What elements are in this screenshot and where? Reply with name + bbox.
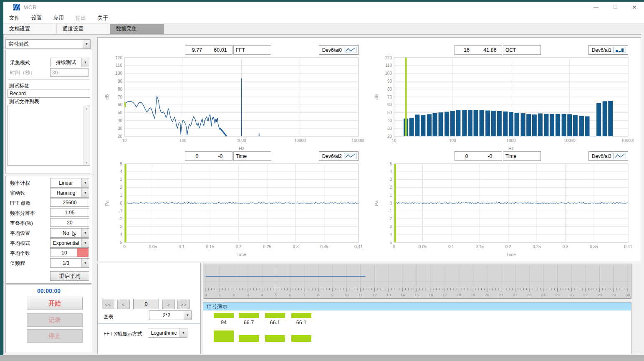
close-icon[interactable]: ✕	[625, 2, 644, 13]
tab-channel-settings[interactable]: 通道设置	[57, 24, 110, 34]
chart-layout-select[interactable]: 2*2 ▼	[149, 310, 192, 320]
scroll-down-icon[interactable]: ▼	[83, 160, 90, 165]
menu-bar: 文件 设置 应用 输出 关于	[3, 13, 644, 24]
svg-text:2: 2	[389, 185, 392, 190]
channel-selector[interactable]: Dev6/ai0	[319, 45, 359, 55]
analysis-row-select[interactable]: No▼	[50, 228, 89, 238]
minimize-icon[interactable]: —	[586, 2, 606, 13]
svg-text:90: 90	[118, 79, 123, 84]
maximize-icon[interactable]: ☐	[606, 2, 625, 13]
svg-text:24: 24	[541, 292, 546, 297]
test-file-listbox[interactable]: ▲ ▼	[8, 105, 90, 166]
test-tag-label: 测试标签	[9, 82, 29, 89]
analysis-row-input[interactable]	[50, 248, 78, 257]
svg-text:0.2: 0.2	[505, 244, 511, 249]
menu-settings[interactable]: 设置	[25, 15, 48, 22]
chart-layout-label: 图表	[104, 313, 114, 320]
menu-output: 输出	[70, 15, 92, 22]
svg-text:-2: -2	[119, 216, 122, 221]
chart-type-field[interactable]: Time	[233, 151, 271, 161]
cursor-readout: 0 -0	[185, 151, 232, 161]
scroll-up-icon[interactable]: ▲	[83, 105, 90, 111]
scrollbar[interactable]: ▲ ▼	[83, 105, 90, 165]
nav-next-button[interactable]: >	[162, 300, 175, 309]
svg-text:0.35: 0.35	[320, 244, 328, 249]
svg-text:0: 0	[393, 244, 395, 249]
chart-type-field[interactable]: OCT	[503, 45, 541, 55]
chevron-down-icon: ▼	[179, 328, 187, 337]
plot-area[interactable]: 2030405060708090100110120101001000100001…	[373, 55, 634, 151]
chevron-down-icon: ▼	[81, 239, 89, 247]
svg-text:10: 10	[391, 138, 397, 143]
menu-file[interactable]: 文件	[3, 15, 25, 22]
analysis-row-input[interactable]	[50, 218, 89, 227]
analysis-row-label: 平均设置	[10, 230, 30, 237]
svg-text:Pa: Pa	[104, 200, 109, 206]
line-chart-icon	[344, 47, 356, 53]
channel-label: Dev6/ai2	[322, 153, 342, 159]
svg-text:80: 80	[387, 87, 392, 92]
analysis-row-input[interactable]	[50, 208, 89, 217]
window-controls: — ☐ ✕	[586, 2, 644, 13]
plot-area[interactable]: -5-4-3-2-101234500.050.10.150.20.250.30.…	[104, 161, 364, 257]
record-timeline[interactable]: 0123456789101112131415161718192021222324…	[203, 264, 631, 299]
svg-text:0: 0	[120, 201, 122, 206]
acq-mode-select[interactable]: 持续测试 ▼	[50, 58, 89, 67]
plot-area[interactable]: 2030405060708090100110120101001000100001…	[104, 55, 364, 151]
tab-bar: 文档设置 通道设置 数据采集	[3, 24, 644, 34]
fft-xaxis-select[interactable]: Logarithmic ▼	[148, 328, 187, 338]
chart-header: 0 -0 Time Dev6/ai3	[373, 151, 634, 161]
acq-time-input	[50, 68, 88, 77]
nav-first-button[interactable]: <<	[102, 300, 114, 309]
analysis-row-select[interactable]: Hanning▼	[50, 188, 89, 198]
analysis-row-select[interactable]: Linear▼	[50, 178, 89, 188]
timeline-ruler[interactable]: 0123456789101112131415161718192021222324…	[203, 264, 630, 297]
channel-selector[interactable]: Dev6/ai3	[588, 151, 628, 161]
tab-data-acquisition[interactable]: 数据采集	[110, 24, 164, 34]
start-button[interactable]: 开始	[27, 297, 83, 310]
svg-text:0.1: 0.1	[179, 244, 184, 249]
analysis-row-select[interactable]: 1/3▼	[50, 258, 89, 268]
signal-level-value: 66.7	[239, 320, 259, 325]
chart-type-field[interactable]: FFT	[233, 45, 271, 55]
menu-about[interactable]: 关于	[92, 15, 114, 22]
analysis-row-select[interactable]: Exponential▼	[50, 238, 89, 248]
svg-text:-5: -5	[119, 240, 122, 245]
fft-xaxis-label: FFT X轴显示方式	[104, 330, 142, 338]
svg-text:50: 50	[118, 110, 123, 115]
svg-text:0: 0	[205, 292, 207, 297]
nav-prev-button[interactable]: <	[117, 300, 130, 309]
signal-level-bar	[239, 313, 259, 318]
svg-text:100: 100	[115, 71, 122, 76]
svg-text:dB: dB	[374, 94, 379, 100]
svg-text:9: 9	[331, 292, 333, 297]
svg-text:70: 70	[387, 95, 392, 99]
nav-last-button[interactable]: >>	[177, 300, 190, 309]
svg-text:100: 100	[385, 71, 392, 76]
chart-type-field[interactable]: Time	[503, 151, 541, 161]
svg-text:10000: 10000	[294, 138, 306, 143]
alert-swatch	[77, 248, 88, 257]
plot-area[interactable]: -5-4-3-2-101234500.050.10.150.20.250.30.…	[373, 161, 634, 257]
svg-text:23: 23	[527, 292, 532, 297]
restart-average-button[interactable]: 重启平均	[50, 271, 89, 281]
menu-application[interactable]: 应用	[48, 15, 70, 22]
channel-selector[interactable]: Dev6/ai2	[319, 151, 359, 161]
svg-text:27: 27	[583, 292, 588, 297]
svg-text:-2: -2	[388, 216, 392, 221]
svg-text:0.41: 0.41	[354, 244, 363, 249]
test-tag-input[interactable]	[8, 89, 90, 98]
analysis-row-label: 频率计权	[10, 180, 30, 187]
cursor-readout: 16 41.86	[455, 45, 502, 55]
chevron-down-icon: ▼	[184, 311, 191, 320]
analysis-row-input[interactable]	[50, 198, 89, 207]
analysis-row-label: 平均模式	[10, 240, 30, 247]
signal-level-bar	[239, 335, 259, 342]
cursor-x-value: 0	[455, 153, 478, 159]
test-mode-select[interactable]: 实时测试 ▼	[5, 39, 91, 49]
channel-selector[interactable]: Dev6/ai1	[588, 45, 628, 55]
page-index-field[interactable]: 0	[133, 299, 159, 309]
tab-document-settings[interactable]: 文档设置	[3, 24, 57, 34]
svg-text:-4: -4	[388, 232, 392, 237]
chart-cell: 16 41.86 OCT Dev6/ai1 203040506070809010…	[373, 45, 634, 151]
